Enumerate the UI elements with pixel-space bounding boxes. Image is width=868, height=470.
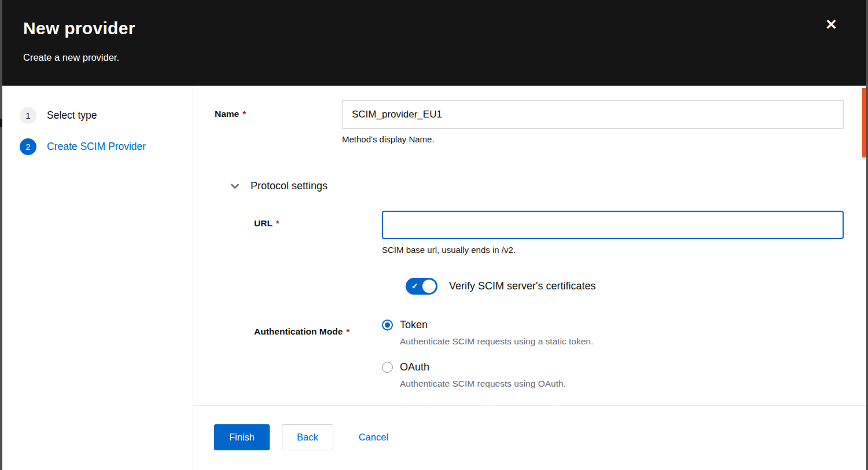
step-label: Create SCIM Provider: [47, 141, 146, 153]
oauth-help-text: Authenticate SCIM requests using OAuth.: [400, 379, 844, 389]
check-icon: ✓: [411, 281, 418, 291]
token-radio-label: Token: [400, 319, 428, 331]
auth-option-token: Token Authenticate SCIM requests using a…: [382, 319, 844, 347]
url-label: URL*: [254, 211, 382, 255]
verify-certificates-toggle[interactable]: ✓: [406, 278, 437, 295]
page-title: New provider: [23, 19, 845, 38]
protocol-settings-header[interactable]: Protocol settings: [230, 180, 844, 192]
wizard-step-select-type[interactable]: 1 Select type: [20, 107, 193, 124]
wizard-footer: Finish Back Cancel: [193, 405, 866, 470]
name-label: Name*: [215, 100, 342, 144]
radio-selected-icon[interactable]: [382, 320, 393, 331]
modal-header: New provider Create a new provider. ✕: [2, 0, 866, 86]
modal-body: 1 Select type 2 Create SCIM Provider Nam…: [2, 86, 866, 470]
new-provider-modal: New provider Create a new provider. ✕ 1 …: [2, 0, 866, 470]
cancel-button[interactable]: Cancel: [346, 424, 401, 450]
token-radio-row[interactable]: Token: [382, 319, 844, 331]
authentication-mode-row: Authentication Mode* Token Authenticate …: [230, 319, 844, 403]
token-help-text: Authenticate SCIM requests using a stati…: [400, 336, 844, 347]
authentication-mode-label: Authentication Mode*: [254, 319, 382, 403]
step-number-badge: 1: [20, 107, 36, 124]
close-icon[interactable]: ✕: [825, 17, 837, 32]
name-field-row: Name* Method's display Name.: [215, 100, 844, 144]
screen-backdrop: New provider Create a new provider. ✕ 1 …: [0, 0, 868, 470]
required-asterisk: *: [242, 109, 246, 119]
wizard-step-create-scim-provider[interactable]: 2 Create SCIM Provider: [20, 138, 193, 155]
oauth-radio-row[interactable]: OAuth: [382, 361, 844, 373]
form-area: Name* Method's display Name.: [193, 86, 866, 405]
step-label: Select type: [47, 109, 97, 122]
verify-certificates-label: Verify SCIM server's certificates: [449, 280, 596, 292]
url-help-text: SCIM base url, usually ends in /v2.: [382, 245, 844, 255]
verify-certificates-row: ✓ Verify SCIM server's certificates: [406, 278, 844, 295]
name-input[interactable]: [342, 100, 844, 128]
protocol-settings-group: Protocol settings URL* SCIM base url, us…: [230, 180, 844, 403]
toggle-knob: [422, 280, 436, 293]
radio-unselected-icon[interactable]: [382, 362, 393, 373]
wizard-step-nav: 1 Select type 2 Create SCIM Provider: [2, 86, 193, 470]
auth-option-oauth: OAuth Authenticate SCIM requests using O…: [382, 361, 844, 389]
required-asterisk: *: [346, 326, 350, 336]
page-subtitle: Create a new provider.: [23, 52, 845, 63]
scrollbar-thumb[interactable]: [862, 88, 866, 157]
form-panel: Name* Method's display Name.: [193, 86, 866, 470]
name-help-text: Method's display Name.: [342, 134, 844, 144]
protocol-settings-title: Protocol settings: [251, 180, 328, 192]
back-button[interactable]: Back: [282, 424, 333, 450]
oauth-radio-label: OAuth: [400, 361, 429, 373]
chevron-down-icon: [230, 182, 240, 191]
url-field-row: URL* SCIM base url, usually ends in /v2.: [230, 211, 844, 255]
url-input[interactable]: [382, 211, 844, 239]
step-number-badge: 2: [20, 138, 36, 155]
finish-button[interactable]: Finish: [214, 424, 270, 450]
required-asterisk: *: [276, 218, 279, 228]
